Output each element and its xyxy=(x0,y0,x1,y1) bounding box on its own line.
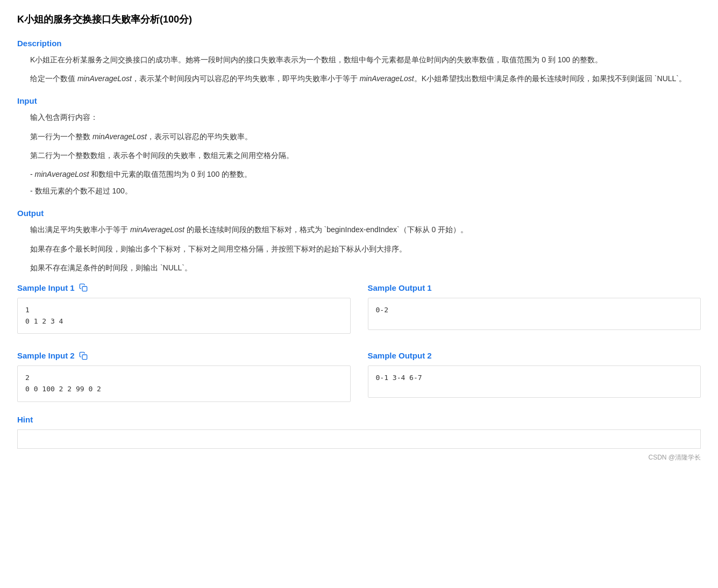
sample2-input-block: Sample Input 2 2 0 0 100 2 2 99 0 2 xyxy=(17,351,351,402)
sample1-input-line1: 1 xyxy=(25,305,343,316)
input-line2: 第一行为一个整数 minAverageLost，表示可以容忍的平均失败率。 xyxy=(30,130,701,144)
input-bullet2: - 数组元素的个数不超过 100。 xyxy=(30,184,701,198)
sample1-row: Sample Input 1 1 0 1 2 3 4 Sample Output… xyxy=(17,283,701,334)
hint-box xyxy=(17,429,701,449)
page-title: K小姐的服务交换接口失败率分析(100分) xyxy=(17,13,701,26)
sample2-copy-icon[interactable] xyxy=(79,352,88,360)
svg-rect-0 xyxy=(82,286,87,291)
input-label: Input xyxy=(17,96,701,105)
sample1-output-box: 0-2 xyxy=(368,298,701,330)
description-label: Description xyxy=(17,39,701,48)
sample1-input-label: Sample Input 1 xyxy=(17,283,351,292)
sample2-input-line2: 0 0 100 2 2 99 0 2 xyxy=(25,384,343,395)
sample2-output-label: Sample Output 2 xyxy=(368,351,701,360)
input-line3: 第二行为一个整数数组，表示各个时间段的失败率，数组元素之间用空格分隔。 xyxy=(30,149,701,162)
hint-label: Hint xyxy=(17,415,701,424)
output-label: Output xyxy=(17,209,701,218)
sample1-output-value: 0-2 xyxy=(376,305,693,316)
sample1-input-box: 1 0 1 2 3 4 xyxy=(17,298,351,334)
sample2-input-line1: 2 xyxy=(25,372,343,384)
watermark: CSDN @清隆学长 xyxy=(17,453,701,462)
output-line1: 输出满足平均失败率小于等于 minAverageLost 的最长连续时间段的数组… xyxy=(30,223,701,236)
sample2-row: Sample Input 2 2 0 0 100 2 2 99 0 2 Samp… xyxy=(17,351,701,402)
description-para2: 给定一个数值 minAverageLost，表示某个时间段内可以容忍的平均失败率… xyxy=(30,72,701,85)
input-content: 输入包含两行内容： 第一行为一个整数 minAverageLost，表示可以容忍… xyxy=(17,111,701,198)
sample1-input-line2: 0 1 2 3 4 xyxy=(25,316,343,327)
output-line2: 如果存在多个最长时间段，则输出多个下标对，下标对之间用空格分隔，并按照下标对的起… xyxy=(30,242,701,256)
output-content: 输出满足平均失败率小于等于 minAverageLost 的最长连续时间段的数组… xyxy=(17,223,701,275)
svg-rect-1 xyxy=(82,355,87,360)
hint-section: Hint xyxy=(17,415,701,449)
sample2-output-box: 0-1 3-4 6-7 xyxy=(368,365,701,398)
sample1-input-block: Sample Input 1 1 0 1 2 3 4 xyxy=(17,283,351,334)
sample2-output-value: 0-1 3-4 6-7 xyxy=(376,372,693,384)
input-line1: 输入包含两行内容： xyxy=(30,111,701,124)
input-bullet1: - minAverageLost 和数组中元素的取值范围均为 0 到 100 的… xyxy=(30,168,701,181)
sample1-copy-icon[interactable] xyxy=(79,283,88,292)
sample1-output-block: Sample Output 1 0-2 xyxy=(368,283,701,330)
sample2-input-label: Sample Input 2 xyxy=(17,351,351,360)
output-line3: 如果不存在满足条件的时间段，则输出 `NULL`。 xyxy=(30,261,701,275)
description-para1: K小姐正在分析某服务之间交换接口的成功率。她将一段时间内的接口失败率表示为一个数… xyxy=(30,53,701,67)
sample2-input-box: 2 0 0 100 2 2 99 0 2 xyxy=(17,365,351,402)
description-content: K小姐正在分析某服务之间交换接口的成功率。她将一段时间内的接口失败率表示为一个数… xyxy=(17,53,701,85)
sample2-output-block: Sample Output 2 0-1 3-4 6-7 xyxy=(368,351,701,398)
sample1-output-label: Sample Output 1 xyxy=(368,283,701,292)
